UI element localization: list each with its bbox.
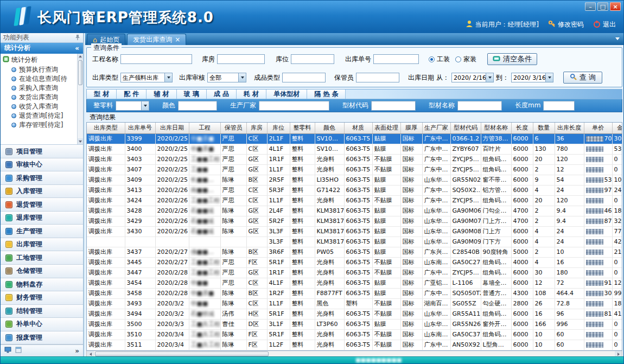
cell[interactable]: 国标 — [400, 237, 422, 247]
cell[interactable]: 整料 — [290, 288, 315, 298]
cell[interactable]: 华■■ — [189, 298, 220, 309]
cell[interactable]: 整料 — [290, 309, 315, 319]
color-input[interactable] — [178, 101, 217, 111]
cell[interactable]: 3494 — [125, 309, 155, 319]
cell[interactable]: 国标 — [400, 226, 422, 237]
column-header[interactable]: 出库日期 — [155, 123, 189, 133]
cell[interactable]: 2020/2/25 — [155, 175, 189, 185]
cell[interactable]: 3445 — [125, 257, 155, 267]
table-row[interactable]: 调拨出库35112020/3/4工■共工程陈琳F区1L2F整料光身料6063-T… — [87, 340, 622, 350]
cell[interactable]: 2020/3/2 — [155, 309, 189, 319]
scroll-up-icon[interactable] — [78, 54, 83, 60]
cell[interactable]: 6000 — [511, 226, 533, 237]
cell[interactable]: H区 — [246, 309, 267, 319]
column-header[interactable]: 型材代码 — [450, 123, 481, 133]
maximize-button[interactable]: □ — [597, 2, 608, 11]
cell[interactable]: 2020/3/4 — [155, 340, 189, 350]
cell[interactable]: 16 — [533, 309, 555, 319]
cell[interactable]: 工■■ — [189, 164, 220, 175]
cell[interactable]: 916 — [584, 278, 612, 288]
cell[interactable]: 贴膜 — [372, 247, 400, 257]
cell[interactable]: 2L1F — [267, 133, 290, 144]
cell[interactable]: 贴膜 — [372, 216, 400, 226]
cell[interactable]: 门上方… — [481, 216, 511, 226]
tree-item[interactable]: 预算执行查询 — [11, 65, 77, 74]
cell[interactable]: 5R1F — [267, 309, 290, 319]
column-header[interactable]: 保管员 — [220, 123, 246, 133]
sidebar-item-退货管理[interactable]: 退货管理 — [1, 198, 83, 212]
cell[interactable]: 工■■工程 — [189, 195, 220, 206]
radio-work-install[interactable] — [429, 56, 435, 62]
cell[interactable]: 贴膜 — [372, 278, 400, 288]
cell[interactable]: GA90M06… — [450, 206, 481, 216]
cell[interactable]: 6063-T5 — [344, 319, 372, 329]
radio-work-label[interactable]: 工装 — [437, 55, 450, 64]
chevron-down-icon[interactable] — [545, 73, 553, 82]
cell[interactable]: 537 — [584, 175, 612, 185]
cell[interactable]: G区 — [246, 267, 267, 278]
cell[interactable]: 工■共工程 — [189, 329, 220, 340]
close-button[interactable]: × — [610, 2, 621, 11]
cell[interactable]: 调拨出库 — [87, 133, 125, 144]
cell[interactable]: 整料 — [290, 278, 315, 288]
cell[interactable]: 调拨出库 — [87, 319, 125, 329]
cell[interactable]: 0 — [612, 257, 622, 267]
cell[interactable]: 90度转角 — [481, 247, 511, 257]
cell[interactable]: 6000 — [511, 154, 533, 164]
cell[interactable]: 调拨出库 — [87, 278, 125, 288]
cell[interactable]: 国标 — [400, 278, 422, 288]
cell[interactable]: 1L2F — [267, 340, 290, 350]
cell[interactable]: 普通方… — [481, 288, 511, 298]
cell[interactable] — [584, 237, 612, 247]
cell[interactable]: 1L1F — [267, 164, 290, 175]
cell[interactable]: 4300 — [511, 288, 533, 298]
cell[interactable]: 36 — [555, 133, 584, 144]
cell[interactable]: 20 — [533, 195, 555, 206]
cell[interactable]: 严思 — [220, 278, 246, 288]
cell[interactable]: 30 — [533, 267, 555, 278]
cell[interactable]: AN50X92… — [450, 340, 481, 350]
table-row[interactable]: 调拨出库34472020/2/28工■■工程严思G区1R1F整料光身料6063-… — [87, 267, 622, 278]
chevron-down-icon[interactable] — [141, 101, 149, 110]
cell[interactable]: 120 — [555, 195, 584, 206]
column-header[interactable]: 库房 — [246, 123, 267, 133]
cell[interactable]: 5000 — [511, 247, 533, 257]
cell[interactable]: 南■■… — [189, 185, 220, 195]
sidebar-item-仓储管理[interactable]: 仓储管理 — [1, 265, 83, 278]
cell[interactable]: 勾企硬… — [481, 298, 511, 309]
column-header[interactable]: 型材名称 — [481, 123, 511, 133]
sidebar-item-生产管理[interactable]: 生产管理 — [1, 225, 83, 238]
cell[interactable]: 60 — [555, 329, 584, 340]
cell[interactable]: 12 — [555, 164, 584, 175]
cell[interactable]: 国标 — [400, 185, 422, 195]
cell[interactable]: 石■■城 — [189, 216, 220, 226]
cell[interactable]: KLM3817 — [315, 216, 344, 226]
cell[interactable]: 108 — [533, 288, 555, 298]
cell[interactable]: 6063-T5 — [344, 257, 372, 267]
cell[interactable]: 6063-T5 — [344, 267, 372, 278]
cell[interactable]: 3399 — [125, 133, 155, 144]
cell[interactable]: 组角码… — [481, 257, 511, 267]
cell[interactable]: 0 — [612, 195, 622, 206]
cell[interactable]: 工■■工程 — [189, 154, 220, 164]
cell[interactable]: 广东中… — [422, 133, 450, 144]
cell[interactable]: 6000 — [511, 237, 533, 247]
close-tab-icon[interactable] — [175, 36, 180, 43]
cell[interactable]: 石■■城 — [189, 206, 220, 216]
table-row[interactable]: 调拨出库35102020/3/4工■共工程陈琳F区5R1F整料光身料6063-T… — [87, 329, 622, 340]
cell[interactable]: 1R1F — [267, 154, 290, 164]
cell[interactable]: 3L3F — [267, 226, 290, 237]
cell[interactable]: L型角… — [481, 340, 511, 350]
cell[interactable]: 塑料 — [344, 298, 372, 309]
cell[interactable]: 4000 — [511, 257, 533, 267]
cell[interactable]: 2020/2/28 — [155, 267, 189, 278]
cell[interactable] — [584, 164, 612, 175]
material-tab[interactable]: 成 品 — [207, 90, 237, 99]
cell[interactable]: 国标 — [400, 195, 422, 206]
cell[interactable] — [125, 237, 155, 247]
cell[interactable]: 24 — [555, 226, 584, 237]
cell[interactable]: 1R1F — [267, 267, 290, 278]
tree-scrollbar[interactable] — [77, 54, 83, 144]
cell[interactable]: 组角码… — [481, 309, 511, 319]
table-row[interactable]: 调拨出库34372020/2/27佛■■…陈琳B区3R6F整料PW056063-… — [87, 247, 622, 257]
